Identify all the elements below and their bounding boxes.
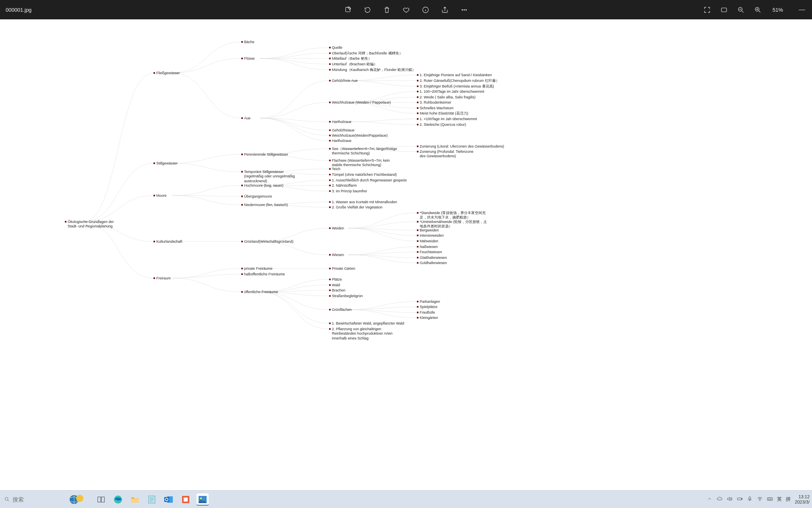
mindmap-node: Naßwiesen — [420, 245, 438, 249]
onedrive-icon[interactable] — [717, 496, 723, 503]
news-widget[interactable] — [63, 492, 91, 507]
info-icon[interactable] — [421, 6, 429, 14]
mindmap-node: 3. im Prinzip baumfrei — [332, 189, 367, 194]
mindmap-node: Hochmoore (bog, sauer) — [244, 183, 284, 188]
ime-language[interactable]: 英 — [777, 496, 782, 503]
notepad-icon[interactable] — [146, 493, 158, 506]
mindmap-node: Ökologische Grundlagen der Stadt- und Re… — [68, 220, 120, 229]
mindmap-node: 2. Stieleiche (Quercus robur) — [420, 123, 466, 127]
mindmap-node: Grünflächen — [332, 308, 352, 312]
mindmap-node: 2. Pflanzung von gleichaltrigen Reinbest… — [332, 327, 396, 341]
mindmap-node: 3. Einjähriger Beifuß (Artemisia annua 黄… — [420, 84, 494, 89]
mindmap-node: 2. Nährstoffarm — [332, 183, 357, 188]
svg-point-8 — [5, 498, 8, 501]
mindmap-node: Zonierung (Profundal: Tiefenzone des Gew… — [420, 150, 476, 159]
mindmap-node: Flachsee (Wassertiefen<5~7m; kein stabil… — [332, 158, 392, 168]
search-input[interactable] — [12, 496, 53, 503]
system-tray: 英 拼 13:12 2023/3/ — [706, 494, 812, 504]
mindmap-node: Aue — [244, 116, 251, 121]
outlook-icon[interactable] — [163, 493, 175, 506]
taskbar: 英 拼 13:12 2023/3/ — [0, 490, 812, 508]
mindmap-node: 2. Weide ( Salix alba, Salix fragilis) — [420, 95, 475, 100]
search-box[interactable] — [0, 493, 60, 506]
svg-rect-12 — [102, 497, 104, 502]
minimize-button[interactable]: — — [795, 6, 809, 13]
mindmap-node: Zonierung (Litoral: Uferzonen des Gewäss… — [420, 144, 504, 149]
right-toolbar: 51% — — [703, 6, 809, 14]
zoom-level: 51% — [773, 7, 783, 13]
edit-icon[interactable] — [344, 6, 352, 14]
powerpoint-icon[interactable] — [180, 493, 192, 506]
mindmap-node: Niedermoore (fen, basisch) — [244, 203, 288, 207]
delete-icon[interactable] — [383, 6, 391, 14]
svg-point-26 — [760, 500, 760, 501]
svg-rect-5 — [722, 8, 727, 12]
svg-rect-24 — [742, 498, 742, 500]
mindmap-node: Parkanlagen — [420, 300, 440, 304]
clock-date: 2023/3/ — [795, 500, 810, 504]
mindmap-node: *Umtriebsmähweide (轮牧，分区放牧，土地条件差时的首选） — [420, 220, 488, 229]
mindmap-node: Wiesen — [332, 253, 344, 257]
mindmap-node: 1. 100~200Tage im Jahr überschwemmt — [420, 90, 484, 94]
mindmap-node: 1. Einjährige Pioniere auf Sand-/ Kiesbä… — [420, 73, 492, 77]
mindmap-node: Quelle — [332, 46, 342, 50]
mindmap-node: Gehölzfreiaue — [332, 128, 354, 133]
mindmap-node: Stillgewässer — [156, 161, 178, 166]
mindmap-node: Flüsse — [244, 56, 255, 61]
zoom-out-icon[interactable] — [737, 6, 745, 14]
svg-rect-23 — [737, 498, 742, 500]
taskbar-apps — [95, 493, 209, 506]
titlebar: 000001.jpg 51% — — [0, 0, 812, 19]
wifi-icon[interactable] — [757, 496, 763, 503]
mindmap-node: Intensivweiden — [420, 233, 444, 238]
mindmap-node: Teich — [332, 167, 340, 171]
mindmap-node: Friedhöfe — [420, 310, 435, 315]
mindmap-node: Perenierende Stillgewässer — [244, 152, 288, 157]
svg-rect-0 — [346, 7, 350, 12]
svg-point-4 — [466, 9, 466, 10]
mindmap-connectors — [0, 19, 812, 490]
mindmap-node: Oberlauf(Äsche 河鳟；Bachforelle 褐鳟鱼） — [332, 51, 403, 56]
tray-chevron-icon[interactable] — [706, 496, 713, 503]
ime-mode[interactable]: 拼 — [786, 496, 791, 503]
mindmap-node: Brachen — [332, 288, 346, 293]
mindmap-node: 2. Roter Gänsefuß(Chenopdium rubrum 红叶藜） — [420, 79, 499, 83]
mindmap-node: Spielplätze — [420, 305, 437, 309]
fullscreen-icon[interactable] — [703, 6, 711, 14]
volume-icon[interactable] — [727, 496, 733, 503]
svg-rect-20 — [184, 498, 188, 502]
photos-icon[interactable] — [197, 493, 209, 506]
keyboard-icon[interactable] — [767, 496, 773, 503]
clock[interactable]: 13:12 2023/3/ — [795, 494, 810, 504]
mindmap-node: Wald — [332, 283, 340, 287]
mindmap-node: öffentliche Freiräume — [244, 290, 278, 294]
mindmap-node: Weichholzaue (Weiden-/ Pappelaue) — [332, 100, 391, 105]
mindmap-node: Freiraum — [156, 276, 171, 281]
mindmap-node: 2. Große Vielfalt der Vegetation — [332, 205, 382, 210]
mindmap-node: Tümpel (ohne natürlichen Fischbestand) — [332, 173, 397, 177]
mindmap-node: Fließgewässer — [156, 71, 180, 75]
battery-icon[interactable] — [737, 496, 743, 503]
svg-rect-11 — [98, 497, 101, 502]
image-canvas[interactable]: Ökologische Grundlagen der Stadt- und Re… — [0, 19, 812, 490]
mindmap-node: Mündung（Kaulbarsch 梅花鲈，Flunder 欧洲川鲽） — [332, 68, 416, 72]
mindmap-node: Unterlauf（Brachsen 欧鳊） — [332, 62, 377, 67]
favorite-icon[interactable] — [402, 6, 410, 14]
fit-icon[interactable] — [720, 6, 728, 14]
mindmap-node: See（Wassertiefen>5~7m; längerfristige th… — [332, 147, 400, 156]
svg-point-10 — [76, 495, 83, 502]
more-icon[interactable] — [460, 6, 468, 14]
zoom-in-icon[interactable] — [754, 6, 762, 14]
svg-rect-27 — [768, 498, 773, 500]
mindmap-node: 1. Wasser aus Kontakt mit Mineralboden — [332, 200, 397, 204]
share-icon[interactable] — [441, 6, 449, 14]
mic-icon[interactable] — [747, 496, 753, 503]
edge-icon[interactable] — [112, 493, 124, 506]
svg-point-2 — [462, 9, 462, 10]
mindmap-node: 1. Ausschließlich durch Regenwasser gesp… — [332, 178, 407, 183]
mindmap-node: 1. Bewirtschafteter Wald, angepflanzter … — [332, 321, 404, 326]
rotate-icon[interactable] — [363, 6, 371, 14]
taskview-icon[interactable] — [95, 493, 107, 506]
mindmap-node: Bergweiden — [420, 228, 439, 233]
explorer-icon[interactable] — [129, 493, 141, 506]
